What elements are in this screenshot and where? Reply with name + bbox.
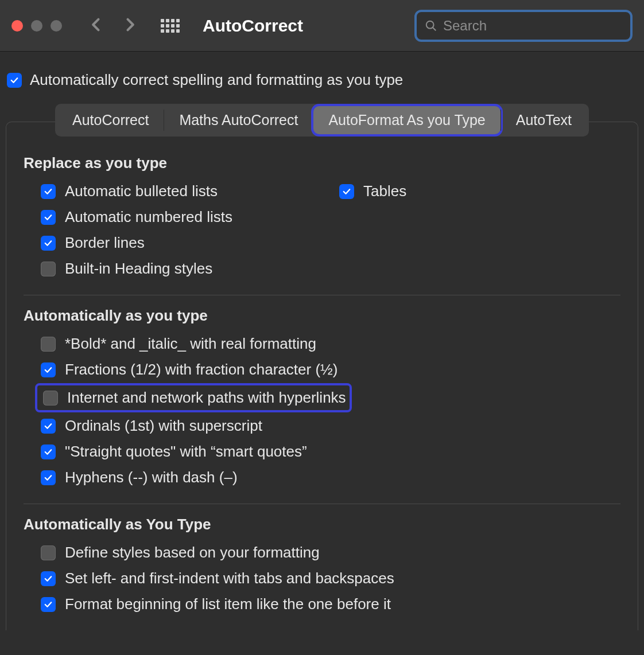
- chevron-left-icon: [88, 17, 104, 33]
- option-checkbox[interactable]: [41, 545, 56, 560]
- maximize-window-button[interactable]: [51, 20, 62, 32]
- option-label: Format beginning of list item like the o…: [65, 595, 391, 613]
- option-checkbox[interactable]: [41, 597, 56, 612]
- option-checkbox[interactable]: [41, 236, 56, 251]
- option-label: Internet and network paths with hyperlin…: [67, 389, 346, 407]
- option-checkbox[interactable]: [41, 445, 56, 459]
- option-row: Format beginning of list item like the o…: [41, 595, 620, 613]
- minimize-window-button[interactable]: [31, 20, 42, 32]
- option-row: Hyphens (--) with dash (–): [41, 469, 620, 486]
- option-checkbox[interactable]: [41, 210, 56, 225]
- option-row: Ordinals (1st) with superscript: [41, 417, 620, 435]
- divider: [24, 295, 620, 295]
- option-checkbox[interactable]: [41, 419, 56, 434]
- tab-autocorrect[interactable]: AutoCorrect: [57, 106, 164, 134]
- option-row: Tables: [339, 182, 620, 200]
- window-controls: [11, 20, 62, 32]
- divider: [24, 504, 620, 504]
- option-checkbox[interactable]: [41, 337, 56, 352]
- option-label: Automatic bulleted lists: [65, 182, 218, 200]
- option-label: Hyphens (--) with dash (–): [65, 469, 238, 486]
- option-row: "Straight quotes" with “smart quotes”: [41, 443, 620, 461]
- search-field-wrap[interactable]: [414, 10, 633, 42]
- settings-panel: Replace as you type Automatic bulleted l…: [6, 122, 638, 630]
- chevron-right-icon: [122, 17, 138, 33]
- option-row: *Bold* and _italic_ with real formatting: [41, 335, 620, 353]
- search-input[interactable]: [443, 18, 622, 34]
- tab-bar: AutoCorrectMaths AutoCorrectAutoFormat A…: [55, 104, 589, 137]
- back-button[interactable]: [88, 17, 104, 35]
- option-checkbox[interactable]: [41, 362, 56, 377]
- forward-button[interactable]: [122, 17, 138, 35]
- option-label: Built-in Heading styles: [65, 260, 212, 278]
- tab-autoformat[interactable]: AutoFormat As you Type: [313, 106, 500, 134]
- option-row: Built-in Heading styles: [41, 260, 322, 278]
- option-row: Fractions (1/2) with fraction character …: [41, 361, 620, 379]
- section-title-auto2: Automatically as You Type: [24, 516, 620, 533]
- option-label: Ordinals (1st) with superscript: [65, 417, 262, 435]
- tab-autotext[interactable]: AutoText: [501, 106, 587, 134]
- option-checkbox[interactable]: [41, 184, 56, 199]
- option-label: Border lines: [65, 234, 145, 252]
- option-row: Border lines: [41, 234, 322, 252]
- close-window-button[interactable]: [11, 20, 23, 32]
- show-all-icon[interactable]: [161, 19, 180, 33]
- option-label: Automatic numbered lists: [65, 208, 232, 226]
- option-label: *Bold* and _italic_ with real formatting: [65, 335, 316, 353]
- page-title: AutoCorrect: [203, 16, 303, 36]
- search-icon: [425, 20, 437, 32]
- option-checkbox[interactable]: [43, 391, 58, 406]
- toolbar: AutoCorrect: [0, 0, 644, 52]
- section-title-replace: Replace as you type: [24, 154, 620, 172]
- option-label: Fractions (1/2) with fraction character …: [65, 361, 337, 379]
- option-row: Automatic numbered lists: [41, 208, 322, 226]
- option-row: Internet and network paths with hyperlin…: [35, 383, 352, 412]
- nav-arrows: [88, 17, 138, 35]
- option-checkbox[interactable]: [41, 470, 56, 485]
- option-row: Define styles based on your formatting: [41, 544, 620, 562]
- master-autocorrect-checkbox[interactable]: [7, 73, 22, 88]
- option-checkbox[interactable]: [41, 571, 56, 586]
- tab-maths[interactable]: Maths AutoCorrect: [164, 106, 313, 134]
- option-row: Automatic bulleted lists: [41, 182, 322, 200]
- option-checkbox[interactable]: [41, 262, 56, 276]
- svg-point-0: [426, 21, 434, 28]
- option-label: Tables: [363, 182, 406, 200]
- option-checkbox[interactable]: [339, 184, 354, 199]
- svg-line-1: [433, 27, 436, 30]
- option-label: Define styles based on your formatting: [65, 544, 320, 562]
- section-title-auto1: Automatically as you type: [24, 307, 620, 325]
- option-label: Set left- and first-indent with tabs and…: [65, 570, 394, 587]
- master-autocorrect-label: Automatically correct spelling and forma…: [30, 71, 403, 89]
- option-row: Set left- and first-indent with tabs and…: [41, 570, 620, 587]
- option-label: "Straight quotes" with “smart quotes”: [65, 443, 307, 461]
